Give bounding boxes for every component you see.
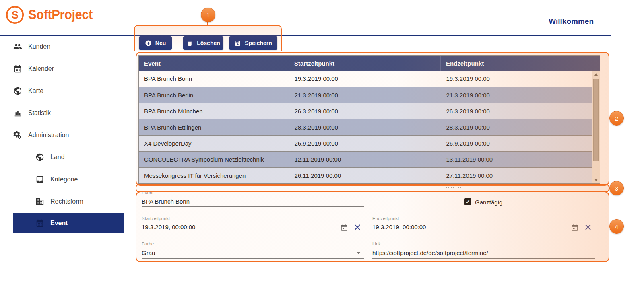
cell-event: BPA Brunch Bonn (139, 71, 289, 87)
start-field-input[interactable]: 19.3.2019, 00:00:00 (142, 224, 195, 230)
speichern-button[interactable]: Speichern (229, 36, 277, 50)
splitter-handle-icon[interactable] (443, 187, 462, 190)
globe-icon (35, 153, 44, 162)
softproject-logo-icon: S (6, 6, 24, 24)
event-field-input[interactable]: BPA Brunch Bonn (142, 198, 190, 205)
table-row[interactable]: X4 DeveloperDay 26.9.2019 00:00 26.9.201… (139, 135, 592, 151)
scrollbar-thumb[interactable] (593, 79, 599, 161)
trash-icon (186, 40, 193, 47)
sidebar-item-label: Administration (28, 132, 69, 139)
neu-button[interactable]: Neu (139, 36, 172, 50)
cell-end: 27.11.2019 00:00 (441, 167, 592, 183)
scroll-up-icon[interactable] (592, 71, 600, 78)
table-row[interactable]: BPA Brunch Bonn 19.3.2019 00:00 19.3.201… (139, 71, 592, 87)
calendar-icon (13, 64, 22, 73)
app-window: S SoftProject Willkommen Kunden Kalender… (0, 0, 644, 286)
app-logo: S SoftProject (6, 6, 93, 24)
table-row[interactable]: CONCULECTRA Symposium Netzleittechnik 12… (139, 151, 592, 167)
sidebar-item-statistik[interactable]: Statistik (0, 103, 125, 123)
checkmark-icon: ✓ (466, 199, 470, 205)
cell-start: 19.3.2019 00:00 (289, 71, 441, 87)
loeschen-button-label: Löschen (197, 40, 220, 46)
gears-icon (13, 131, 22, 140)
cell-event: Messekongress IT für Versicherungen (139, 167, 289, 183)
column-header-endzeitpunkt[interactable]: Endzeitpunkt (441, 56, 600, 71)
start-clear-icon[interactable] (354, 224, 361, 232)
cell-event: X4 DeveloperDay (139, 135, 289, 151)
app-title: SoftProject (28, 8, 93, 22)
svg-text:S: S (11, 9, 18, 21)
link-field-underline (372, 258, 595, 259)
column-header-event[interactable]: Event (139, 56, 289, 71)
table-header-row: Event Startzeitpunkt Endzeitpunkt (139, 56, 600, 71)
sidebar-item-land[interactable]: Land (0, 147, 125, 167)
cell-end: 13.11.2019 00:00 (441, 151, 592, 167)
chevron-down-icon[interactable] (357, 252, 361, 254)
table-row[interactable]: BPA Brunch München 26.3.2019 00:00 26.3.… (139, 103, 592, 119)
annotation-marker-2: 2 (609, 111, 624, 126)
annotation-stem-1 (207, 21, 208, 26)
globe-icon (13, 86, 22, 95)
color-field-underline (142, 258, 364, 259)
welcome-text: Willkommen (549, 17, 594, 26)
annotation-marker-3: 3 (609, 181, 624, 195)
sidebar-item-kunden[interactable]: Kunden (0, 37, 125, 57)
scroll-down-icon[interactable] (592, 177, 600, 183)
table-scrollbar[interactable] (592, 71, 600, 183)
cell-event: BPA Brunch München (139, 103, 289, 119)
start-field-label: Startzeitpunkt (142, 216, 170, 221)
end-field-input[interactable]: 19.3.2019, 00:00:00 (372, 224, 426, 230)
bar-chart-icon (13, 109, 22, 117)
table-row[interactable]: BPA Brunch Ettlingen 28.3.2019 00:00 28.… (139, 119, 592, 135)
loeschen-button[interactable]: Löschen (183, 36, 223, 50)
sidebar-item-label: Kalender (28, 65, 54, 72)
pane-splitter[interactable] (136, 185, 609, 192)
end-clear-icon[interactable] (585, 224, 591, 232)
cell-event: BPA Brunch Ettlingen (139, 119, 289, 135)
table-row[interactable]: Messekongress IT für Versicherungen 26.1… (139, 167, 592, 183)
column-header-startzeitpunkt[interactable]: Startzeitpunkt (289, 56, 441, 71)
start-calendar-picker-icon[interactable] (341, 224, 348, 233)
color-field-label: Farbe (142, 241, 154, 246)
cell-event: BPA Brunch Berlin (139, 87, 289, 103)
sidebar-item-label: Kategorie (50, 176, 78, 183)
allday-checkbox[interactable]: ✓ (464, 198, 471, 205)
cell-end: 21.3.2019 00:00 (441, 87, 592, 103)
cell-start: 26.3.2019 00:00 (289, 103, 441, 119)
annotation-marker-4: 4 (609, 219, 624, 234)
building-icon (35, 197, 44, 206)
cell-end: 28.3.2019 00:00 (441, 119, 592, 135)
end-field-label: Endzeitpunkt (372, 216, 399, 221)
cell-end: 19.3.2019 00:00 (441, 71, 592, 87)
cell-start: 26.11.2019 00:00 (289, 167, 441, 183)
sidebar-item-event[interactable]: Event (13, 213, 124, 233)
sidebar-item-label: Rechtsform (50, 198, 83, 205)
speichern-button-label: Speichern (245, 40, 272, 46)
cell-start: 12.11.2019 00:00 (289, 151, 441, 167)
color-select[interactable]: Grau (142, 249, 155, 256)
header-divider (0, 35, 611, 36)
sidebar-item-label: Kunden (28, 43, 50, 50)
link-field-input[interactable]: https://softproject.de/de/softproject/te… (372, 249, 488, 256)
tray-icon (35, 175, 44, 184)
end-calendar-picker-icon[interactable] (571, 224, 578, 233)
event-calendar-icon (35, 219, 44, 228)
table-row[interactable]: BPA Brunch Berlin 21.3.2019 00:00 21.3.2… (139, 87, 592, 103)
cell-event: CONCULECTRA Symposium Netzleittechnik (139, 151, 289, 167)
cell-start: 21.3.2019 00:00 (289, 87, 441, 103)
sidebar-item-administration[interactable]: Administration (0, 125, 125, 145)
event-table: Event Startzeitpunkt Endzeitpunkt BPA Br… (138, 55, 600, 184)
annotation-marker-1: 1 (201, 8, 215, 22)
link-field-label: Link (372, 241, 381, 246)
sidebar-item-kategorie[interactable]: Kategorie (0, 169, 125, 189)
people-icon (13, 42, 22, 51)
sidebar-item-label: Event (50, 220, 68, 227)
sidebar-item-kalender[interactable]: Kalender (0, 59, 125, 79)
neu-button-label: Neu (155, 40, 166, 46)
event-field-underline (142, 206, 364, 207)
allday-checkbox-label[interactable]: Ganztägig (475, 199, 502, 206)
sidebar-item-karte[interactable]: Karte (0, 81, 125, 101)
sidebar-item-label: Land (50, 154, 65, 161)
sidebar-item-rechtsform[interactable]: Rechtsform (0, 191, 125, 212)
end-field-underline (372, 233, 595, 233)
